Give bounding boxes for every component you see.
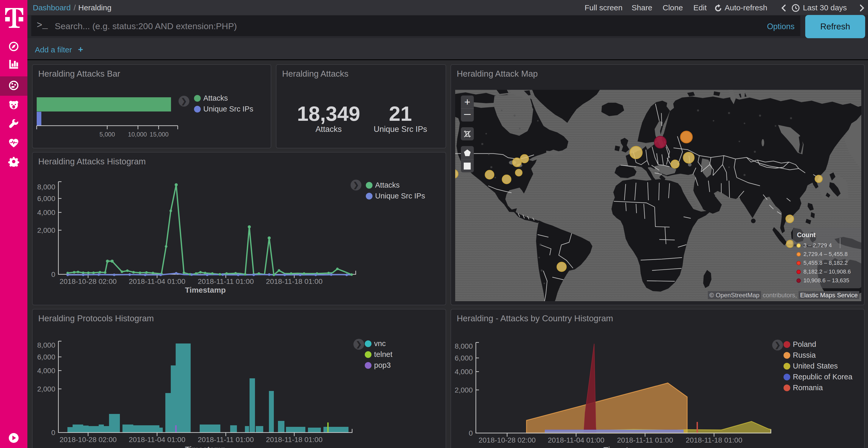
svg-text:2018-11-11 01:00: 2018-11-11 01:00 — [198, 277, 254, 285]
svg-text:6,000: 6,000 — [37, 353, 55, 361]
svg-text:0: 0 — [51, 428, 55, 437]
svg-text:2018-11-11 01:00: 2018-11-11 01:00 — [198, 436, 254, 444]
svg-text:4,000: 4,000 — [455, 368, 473, 376]
svg-text:2018-11-18 01:00: 2018-11-18 01:00 — [266, 436, 323, 444]
svg-text:2018-10-28 02:00: 2018-10-28 02:00 — [59, 277, 117, 285]
svg-text:10,000: 10,000 — [128, 131, 147, 138]
svg-text:6,000: 6,000 — [455, 354, 473, 362]
svg-text:2018-11-04 01:00: 2018-11-04 01:00 — [129, 277, 185, 285]
svg-text:8,000: 8,000 — [455, 342, 473, 350]
svg-text:2,000: 2,000 — [455, 386, 473, 394]
svg-text:Timestamp: Timestamp — [603, 445, 644, 448]
svg-text:2018-10-28 02:00: 2018-10-28 02:00 — [59, 436, 117, 444]
svg-text:Timestamp: Timestamp — [185, 286, 226, 294]
svg-text:2018-11-04 01:00: 2018-11-04 01:00 — [129, 436, 185, 444]
svg-text:2,000: 2,000 — [37, 226, 55, 234]
svg-text:0: 0 — [469, 429, 473, 437]
svg-text:2018-11-04 01:00: 2018-11-04 01:00 — [548, 436, 604, 444]
svg-text:2018-11-11 01:00: 2018-11-11 01:00 — [617, 436, 673, 444]
svg-text:5,000: 5,000 — [99, 131, 115, 138]
svg-text:2018-11-18 01:00: 2018-11-18 01:00 — [686, 436, 742, 444]
svg-text:2,000: 2,000 — [37, 385, 55, 393]
svg-text:8,000: 8,000 — [37, 341, 55, 349]
svg-text:2018-10-28 02:00: 2018-10-28 02:00 — [478, 436, 535, 444]
svg-text:2018-11-18 01:00: 2018-11-18 01:00 — [266, 277, 323, 285]
svg-text:0: 0 — [51, 271, 55, 278]
svg-text:8,000: 8,000 — [37, 183, 55, 191]
svg-text:6,000: 6,000 — [37, 195, 55, 203]
svg-text:4,000: 4,000 — [37, 367, 55, 375]
svg-text:Timestamp: Timestamp — [185, 445, 226, 448]
svg-text:15,000: 15,000 — [150, 131, 168, 138]
svg-text:4,000: 4,000 — [37, 208, 55, 216]
